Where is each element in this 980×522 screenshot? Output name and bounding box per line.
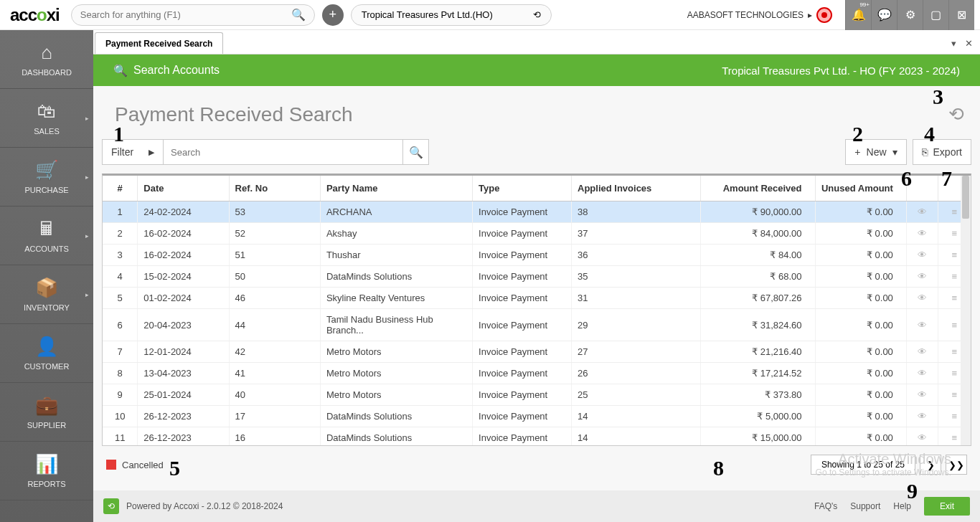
table-row[interactable]: 620-04-202344Tamil Nadu Business Hub Bra… bbox=[103, 309, 971, 341]
topbar: accoxi 🔍 + Tropical Treasures Pvt Ltd.(H… bbox=[0, 0, 980, 30]
pagination-last[interactable]: ❯❯ bbox=[946, 455, 967, 475]
org-name[interactable]: AABASOFT TECHNOLOGIES ▸ bbox=[687, 7, 832, 23]
settings-icon[interactable]: ⚙ bbox=[897, 0, 923, 30]
global-search[interactable]: 🔍 bbox=[71, 4, 315, 26]
close-window-icon[interactable]: ⊠ bbox=[948, 0, 974, 30]
sidebar-item-reports[interactable]: 📊REPORTS bbox=[0, 442, 93, 500]
notifications-icon[interactable]: 🔔99+ bbox=[845, 0, 871, 30]
exit-button[interactable]: Exit bbox=[924, 497, 970, 516]
company-selector[interactable]: Tropical Treasures Pvt Ltd.(HO) ⟲ bbox=[351, 4, 552, 26]
col-type[interactable]: Type bbox=[473, 176, 572, 201]
cell-unused: ₹ 0.00 bbox=[815, 384, 906, 406]
cell-invoices: 27 bbox=[572, 341, 701, 363]
user-avatar-icon[interactable] bbox=[816, 7, 832, 23]
footer-link-faq[interactable]: FAQ's bbox=[814, 501, 837, 511]
cell-unused: ₹ 0.00 bbox=[815, 427, 906, 447]
col-party[interactable]: Party Name bbox=[320, 176, 472, 201]
table-row[interactable]: 925-01-202440Metro MotorsInvoice Payment… bbox=[103, 384, 971, 406]
cell-ref: 52 bbox=[229, 223, 320, 245]
search-icon: 🔍 bbox=[409, 146, 423, 159]
view-row-icon[interactable]: 👁 bbox=[906, 406, 938, 427]
tab-close-icon[interactable]: ✕ bbox=[965, 38, 973, 49]
table-row[interactable]: 216-02-202452AkshayInvoice Payment37₹ 84… bbox=[103, 223, 971, 245]
col-date[interactable]: Date bbox=[138, 176, 229, 201]
cell-number: 7 bbox=[103, 341, 138, 363]
col-unused[interactable]: Unused Amount bbox=[815, 176, 906, 201]
page-title: Payment Received Search bbox=[93, 86, 980, 139]
sidebar-item-purchase[interactable]: 🛒PURCHASE▸ bbox=[0, 148, 93, 207]
cell-amount: ₹ 67,807.26 bbox=[701, 288, 815, 309]
search-icon[interactable]: 🔍 bbox=[291, 8, 306, 22]
cell-number: 10 bbox=[103, 406, 138, 427]
cell-ref: 51 bbox=[229, 245, 320, 266]
logo: accoxi bbox=[6, 5, 64, 25]
sidebar-item-supplier[interactable]: 💼SUPPLIER bbox=[0, 383, 93, 442]
footer-refresh-icon[interactable]: ⟲ bbox=[103, 498, 119, 514]
view-row-icon[interactable]: 👁 bbox=[906, 245, 938, 266]
view-row-icon[interactable]: 👁 bbox=[906, 288, 938, 309]
table-row[interactable]: 712-01-202442Metro MotorsInvoice Payment… bbox=[103, 341, 971, 363]
cell-unused: ₹ 0.00 bbox=[815, 363, 906, 384]
view-row-icon[interactable]: 👁 bbox=[906, 309, 938, 341]
table-row[interactable]: 813-04-202341Metro MotorsInvoice Payment… bbox=[103, 363, 971, 384]
add-button[interactable]: + bbox=[322, 4, 344, 26]
vertical-scrollbar[interactable] bbox=[961, 176, 971, 445]
pagination-next[interactable]: ❯ bbox=[920, 455, 941, 475]
table-row[interactable]: 415-02-202450DataMinds SolutionsInvoice … bbox=[103, 266, 971, 288]
bag-icon: 🛍 bbox=[37, 100, 56, 123]
table-row[interactable]: 1126-12-202316DataMinds SolutionsInvoice… bbox=[103, 427, 971, 447]
view-row-icon[interactable]: 👁 bbox=[906, 341, 938, 363]
col-amount[interactable]: Amount Received bbox=[701, 176, 815, 201]
pagination-info: Showing 1 to 25 of 25 bbox=[811, 455, 915, 475]
filter-button[interactable]: Filter ▶ bbox=[103, 146, 163, 158]
col-invoices[interactable]: Applied Invoices bbox=[572, 176, 701, 201]
cell-date: 20-04-2023 bbox=[138, 309, 229, 341]
cell-ref: 16 bbox=[229, 427, 320, 447]
sidebar-item-dashboard[interactable]: ⌂DASHBOARD bbox=[0, 30, 93, 89]
sidebar-item-inventory[interactable]: 📦INVENTORY▸ bbox=[0, 265, 93, 324]
cell-amount: ₹ 15,000.00 bbox=[701, 427, 815, 447]
filter-search-input[interactable] bbox=[164, 140, 402, 164]
view-row-icon[interactable]: 👁 bbox=[906, 363, 938, 384]
view-row-icon[interactable]: 👁 bbox=[906, 427, 938, 447]
chevron-right-icon: ▸ bbox=[85, 174, 89, 181]
view-row-icon[interactable]: 👁 bbox=[906, 201, 938, 223]
sidebar-item-sales[interactable]: 🛍SALES▸ bbox=[0, 89, 93, 148]
view-row-icon[interactable]: 👁 bbox=[906, 223, 938, 245]
toolbar: Filter ▶ 🔍 + New ▾ ⎘ Export bbox=[93, 139, 980, 174]
new-button[interactable]: + New ▾ bbox=[845, 139, 906, 165]
cell-invoices: 31 bbox=[572, 288, 701, 309]
cell-number: 4 bbox=[103, 266, 138, 288]
view-row-icon[interactable]: 👁 bbox=[906, 266, 938, 288]
cell-type: Invoice Payment bbox=[473, 427, 572, 447]
col-number[interactable]: # bbox=[103, 176, 138, 201]
tab-dropdown-icon[interactable]: ▾ bbox=[951, 38, 956, 49]
sync-icon[interactable]: ⟲ bbox=[533, 9, 541, 20]
cell-amount: ₹ 84,000.00 bbox=[701, 223, 815, 245]
footer-link-support[interactable]: Support bbox=[850, 501, 880, 511]
filter-search-button[interactable]: 🔍 bbox=[402, 140, 428, 164]
sidebar-item-accounts[interactable]: 🖩ACCOUNTS▸ bbox=[0, 207, 93, 265]
global-search-input[interactable] bbox=[80, 9, 291, 20]
footer-link-help[interactable]: Help bbox=[893, 501, 911, 511]
table-row[interactable]: 124-02-202453ARCHANAInvoice Payment38₹ 9… bbox=[103, 201, 971, 223]
minimize-icon[interactable]: ▢ bbox=[923, 0, 948, 30]
section-title: Search Accounts bbox=[133, 64, 220, 77]
view-row-icon[interactable]: 👁 bbox=[906, 384, 938, 406]
table-row[interactable]: 1026-12-202317DataMinds SolutionsInvoice… bbox=[103, 406, 971, 427]
sidebar-item-customer[interactable]: 👤CUSTOMER bbox=[0, 324, 93, 383]
cell-unused: ₹ 0.00 bbox=[815, 266, 906, 288]
table-row[interactable]: 316-02-202451ThusharInvoice Payment36₹ 8… bbox=[103, 245, 971, 266]
cell-type: Invoice Payment bbox=[473, 406, 572, 427]
table-row[interactable]: 501-02-202446Skyline Realty VenturesInvo… bbox=[103, 288, 971, 309]
briefcase-icon: 💼 bbox=[35, 394, 58, 417]
cell-amount: ₹ 84.00 bbox=[701, 245, 815, 266]
refresh-icon[interactable]: ⟲ bbox=[948, 103, 964, 125]
col-ref[interactable]: Ref. No bbox=[229, 176, 320, 201]
export-button[interactable]: ⎘ Export bbox=[913, 139, 971, 165]
cell-date: 15-02-2024 bbox=[138, 266, 229, 288]
chat-icon[interactable]: 💬 bbox=[871, 0, 897, 30]
cell-unused: ₹ 0.00 bbox=[815, 341, 906, 363]
tab-payment-received-search[interactable]: Payment Received Search bbox=[95, 32, 223, 54]
cell-invoices: 37 bbox=[572, 223, 701, 245]
